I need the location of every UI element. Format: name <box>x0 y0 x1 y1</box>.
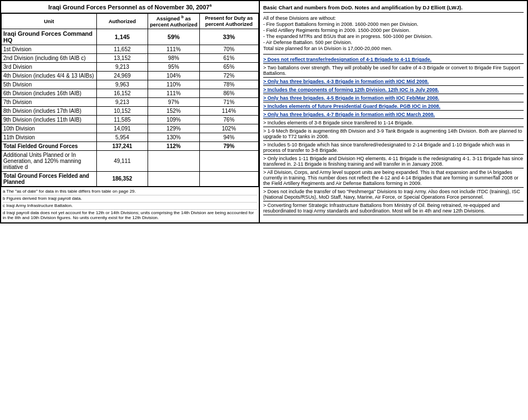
div-assigned: 98% <box>148 53 199 62</box>
right-panel: Basic Chart and numbers from DoD. Notes … <box>260 1 527 222</box>
division-row: 1st Division 11,652 111% 70% <box>2 45 259 53</box>
div-present: 70% <box>199 45 258 53</box>
right-note-7: > Includes elements of 3-8 Brigade since… <box>263 119 524 127</box>
header-unit: Unit <box>2 13 97 29</box>
right-note-0: > Does not reflect transfer/redesignatio… <box>263 56 524 64</box>
division-row: 5th Division 9,963 110% 78% <box>2 80 259 89</box>
division-row: 8th Division (includes 17th IAIB) 10,152… <box>2 106 259 115</box>
div-assigned: 129% <box>148 124 199 133</box>
div-assigned: 111% <box>148 89 199 97</box>
intro-line: All of these Divisions are without: <box>263 15 524 21</box>
right-note-1: > Two battalions over strength. They wil… <box>263 64 524 78</box>
div-present: 86% <box>199 89 258 97</box>
hq-authorized: 1,145 <box>96 29 148 45</box>
header-authorized: Authorized <box>96 13 148 29</box>
div-unit: 7th Division <box>2 97 97 106</box>
grand-total-row: Total Ground Forces Fielded and Planned … <box>2 171 259 186</box>
hq-row: Iraqi Ground Forces Command HQ 1,145 59%… <box>2 29 259 45</box>
hq-present: 33% <box>199 29 258 45</box>
div-present: 65% <box>199 62 258 71</box>
div-unit: 9th Division (includes 11th IAIB) <box>2 115 97 124</box>
add-authorized: 49,111 <box>96 150 148 171</box>
total-fielded-row: Total Fielded Ground Forces 137,241 112%… <box>2 141 259 150</box>
div-authorized: 11,652 <box>96 45 148 53</box>
div-unit: 8th Division (includes 17th IAIB) <box>2 106 97 115</box>
right-note-3: > Includes the components of forming 12t… <box>263 86 524 94</box>
division-row: 3rd Division 9,213 95% 65% <box>2 62 259 71</box>
total-authorized: 137,241 <box>96 141 148 150</box>
div-authorized: 9,963 <box>96 80 148 89</box>
div-present: 78% <box>199 80 258 89</box>
div-unit: 6th Division (includes 16th IAIB) <box>2 89 97 97</box>
division-row: 6th Division (includes 16th IAIB) 16,152… <box>2 89 259 97</box>
right-rows: All of these Divisions are without:- Fir… <box>263 15 524 215</box>
right-title: Basic Chart and numbers from DoD. Notes … <box>263 4 524 13</box>
div-present: 61% <box>199 53 258 62</box>
div-present: 76% <box>199 115 258 124</box>
table-title: Iraqi Ground Forces Personnel as of Nove… <box>1 1 259 13</box>
total-unit: Total Fielded Ground Forces <box>2 141 97 150</box>
div-unit: 1st Division <box>2 45 97 53</box>
intro-line: - Fire Support Battalions forming in 200… <box>263 21 524 27</box>
left-panel: Iraqi Ground Forces Personnel as of Nove… <box>1 1 260 222</box>
right-note-12: > Does not include the transfer of two "… <box>263 188 524 201</box>
div-assigned: 109% <box>148 115 199 124</box>
right-note-6: > Only has three brigades. 4-7 Brigade i… <box>263 111 524 119</box>
main-container: Iraqi Ground Forces Personnel as of Nove… <box>0 0 528 223</box>
div-unit: 11th Division <box>2 133 97 141</box>
div-authorized: 24,969 <box>96 71 148 80</box>
main-table: Unit Authorized Assigned b as percent Au… <box>1 13 259 187</box>
div-assigned: 110% <box>148 80 199 89</box>
div-present: 72% <box>199 71 258 80</box>
total-present: 79% <box>199 141 258 150</box>
division-row: 4th Division (includes 4/4 & 13 IAIBs) 2… <box>2 71 259 80</box>
header-assigned: Assigned b as percent Authorized <box>148 13 199 29</box>
div-authorized: 9,213 <box>96 62 148 71</box>
div-present: 71% <box>199 97 258 106</box>
add-present <box>199 150 258 171</box>
title-text: Iraqi Ground Forces Personnel as of Nove… <box>48 4 210 10</box>
div-present: 114% <box>199 106 258 115</box>
right-note-5: > Includes elements of future Presidenti… <box>263 102 524 111</box>
footnote-2: c Iraqi Army Infrastructure Battalion. <box>3 202 257 208</box>
div-unit: 3rd Division <box>2 62 97 71</box>
right-note-4: > Only has three brigades. 4-5 Brigade i… <box>263 94 524 102</box>
add-assigned <box>148 150 199 171</box>
right-note-10: > Only includes 1-11 Brigade and Divisio… <box>263 155 524 168</box>
right-note-8: > 1-9 Mech Brigade is augmenting 8th Div… <box>263 127 524 141</box>
div-present: 102% <box>199 124 258 133</box>
footnote-1: b Figures derived from Iraqi payroll dat… <box>3 195 257 201</box>
div-authorized: 13,152 <box>96 53 148 62</box>
div-authorized: 5,954 <box>96 133 148 141</box>
footnote-3: d Iraqi payroll data does not yet accoun… <box>3 209 257 220</box>
grand-authorized: 186,352 <box>96 171 148 186</box>
footnote-0: a The "as of date" for data in this tabl… <box>3 188 257 194</box>
intro-line: Total size planned for an IA Division is… <box>263 46 524 51</box>
div-unit: 5th Division <box>2 80 97 89</box>
right-note-2: > Only has three brigades. 4-3 Brigade i… <box>263 78 524 86</box>
div-unit: 4th Division (includes 4/4 & 13 IAIBs) <box>2 71 97 80</box>
div-authorized: 14,091 <box>96 124 148 133</box>
division-row: 11th Division 5,954 130% 94% <box>2 133 259 141</box>
division-row: 10th Division 14,091 129% 102% <box>2 124 259 133</box>
right-note-13: > Converting former Strategic Infrastruc… <box>263 201 524 215</box>
intro-line: - Air Defense Battalion. 500 per Divisio… <box>263 40 524 45</box>
grand-unit: Total Ground Forces Fielded and Planned <box>2 171 97 186</box>
div-assigned: 97% <box>148 97 199 106</box>
additional-units-row: Additional Units Planned or In Generatio… <box>2 150 259 171</box>
add-unit: Additional Units Planned or In Generatio… <box>2 150 97 171</box>
right-note-11: > All Division, Corps, and Army level su… <box>263 168 524 188</box>
div-assigned: 111% <box>148 45 199 53</box>
div-authorized: 16,152 <box>96 89 148 97</box>
right-intro: All of these Divisions are without:- Fir… <box>263 15 524 54</box>
footnote-area: a The "as of date" for data in this tabl… <box>1 187 259 222</box>
div-authorized: 9,213 <box>96 97 148 106</box>
intro-line: - The expanded MTRs and BSUs that are in… <box>263 34 524 39</box>
div-authorized: 10,152 <box>96 106 148 115</box>
division-row: 2nd Division (including 6th IAIB c) 13,1… <box>2 53 259 62</box>
hq-unit: Iraqi Ground Forces Command HQ <box>2 29 97 45</box>
div-authorized: 11,585 <box>96 115 148 124</box>
div-present: 94% <box>199 133 258 141</box>
div-assigned: 152% <box>148 106 199 115</box>
grand-assigned <box>148 171 199 186</box>
